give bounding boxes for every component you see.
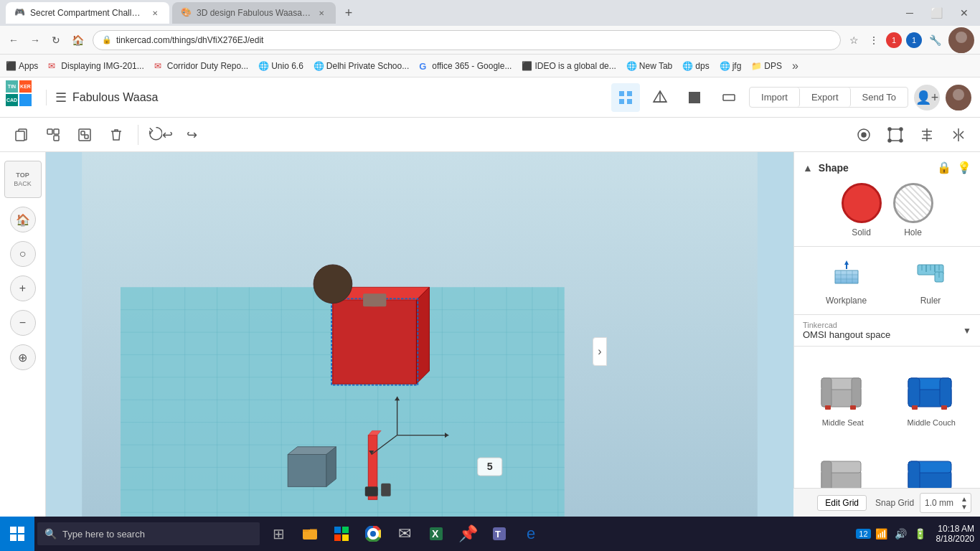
snap-value-input[interactable]: 1.0 mm ▲▼: [920, 493, 971, 513]
ruler-button[interactable]: Ruler: [913, 255, 948, 306]
group-button[interactable]: [40, 122, 66, 148]
zoom-in-button[interactable]: +: [10, 276, 36, 301]
export-tab[interactable]: Export: [800, 88, 851, 107]
minimize-button[interactable]: ─: [900, 4, 919, 22]
taskbar-search[interactable]: 🔍 Type here to search: [37, 522, 260, 545]
tab-secret-compartment[interactable]: 🎮 Secret Compartment Challenge ✕: [6, 2, 169, 24]
wireframe-view-button[interactable]: [646, 83, 674, 112]
home-button[interactable]: 🏠: [69, 32, 87, 49]
bookmark-dps2[interactable]: 📁 DPS: [751, 61, 782, 71]
star-icon[interactable]: ☆: [847, 32, 862, 49]
solid-option[interactable]: Solid: [842, 183, 882, 237]
import-tab[interactable]: Import: [750, 88, 800, 107]
undo-button[interactable]: ↩: [147, 122, 173, 148]
solid-label: Solid: [852, 227, 871, 237]
zoom-out-button[interactable]: −: [10, 310, 36, 336]
hole-shape-icon: [893, 183, 933, 223]
profile-badge-2[interactable]: 1: [906, 32, 922, 48]
bookmark-office365[interactable]: G office 365 - Google...: [419, 61, 512, 71]
address-bar[interactable]: 🔒 tinkercad.com/things/dhVfiX276EJ/edit: [93, 30, 841, 50]
taskbar-store[interactable]: [326, 517, 357, 551]
mirror-tool[interactable]: [946, 122, 971, 148]
shape-rectangle-tool[interactable]: [882, 122, 908, 148]
tinkercad-logo[interactable]: TIN KER CAD: [6, 80, 40, 115]
clock[interactable]: 10:18 AM 8/18/2020: [930, 524, 980, 544]
project-dropdown-arrow[interactable]: ▼: [963, 326, 971, 336]
svg-point-15: [948, 100, 969, 110]
taskbar-file-explorer[interactable]: [294, 517, 326, 551]
collapse-shape-panel-button[interactable]: ▲: [803, 162, 813, 174]
tab2-close[interactable]: ✕: [316, 7, 327, 19]
dimension-view-button[interactable]: [715, 83, 743, 112]
browser-menu[interactable]: ⋮: [866, 32, 882, 49]
send-to-tab[interactable]: Send To: [851, 88, 908, 107]
svg-rect-61: [333, 300, 417, 384]
forward-button[interactable]: →: [27, 32, 43, 49]
middle-couch-image: [903, 358, 960, 415]
align-tool[interactable]: [914, 122, 940, 148]
bookmark-ideo[interactable]: ⬛ IDEO is a global de...: [522, 61, 616, 71]
bookmark-newtab[interactable]: 🌐 New Tab: [626, 61, 672, 71]
taskbar-ie[interactable]: e: [515, 517, 547, 551]
view-cube[interactable]: TOP BACK: [4, 161, 42, 198]
svg-rect-104: [850, 405, 856, 410]
new-tab-button[interactable]: +: [339, 3, 359, 23]
workplane-button[interactable]: Workplane: [826, 255, 867, 306]
taskbar-teams[interactable]: T: [484, 517, 515, 551]
hole-option[interactable]: Hole: [893, 183, 933, 237]
battery-icon[interactable]: 🔋: [911, 528, 929, 540]
bookmark-delhi[interactable]: 🌐 Delhi Private Schoo...: [314, 61, 409, 71]
fit-view-button[interactable]: ⊕: [10, 344, 36, 370]
notification-badge[interactable]: 12: [856, 529, 870, 539]
gmail2-favicon: ✉: [154, 61, 164, 71]
copy-button[interactable]: [9, 122, 34, 148]
taskbar-task-view[interactable]: ⊞: [263, 517, 294, 551]
lock-shape-icon[interactable]: 🔒: [937, 161, 951, 174]
tab-tinkercad[interactable]: 🎨 3D design Fabulous Waasa | Tink... ✕: [172, 2, 336, 24]
back-button[interactable]: ←: [6, 32, 22, 49]
tab1-close[interactable]: ✕: [149, 7, 161, 19]
restore-button[interactable]: ⬜: [925, 4, 948, 22]
user-avatar[interactable]: [948, 27, 974, 53]
bookmark-jfg[interactable]: 🌐 jfg: [720, 61, 742, 71]
info-shape-icon[interactable]: 💡: [957, 161, 971, 174]
solid-view-button[interactable]: [680, 83, 709, 112]
bookmarks-more[interactable]: »: [792, 60, 798, 72]
bookmark-unio[interactable]: 🌐 Unio 6.6: [258, 61, 303, 71]
collapse-panel-button[interactable]: ›: [593, 337, 607, 366]
shape-select-tool[interactable]: [851, 122, 877, 148]
delete-button[interactable]: [103, 122, 129, 148]
edit-grid-button[interactable]: Edit Grid: [817, 495, 867, 511]
user-profile-avatar[interactable]: [946, 85, 971, 110]
refresh-button[interactable]: ↻: [49, 32, 63, 49]
bookmark-gmail1[interactable]: ✉ Displaying IMG-201...: [48, 61, 143, 71]
extensions-icon[interactable]: 🔧: [926, 32, 944, 49]
bookmark-gmail2[interactable]: ✉ Corridor Duty Repo...: [154, 61, 248, 71]
start-button[interactable]: [0, 517, 34, 551]
taskbar-mail[interactable]: ✉: [389, 517, 420, 551]
svg-rect-138: [303, 529, 308, 532]
hamburger-menu[interactable]: ☰: [55, 90, 67, 105]
redo-button[interactable]: ↪: [179, 122, 204, 148]
home-view-button[interactable]: 🏠: [10, 207, 36, 232]
profile-badge-1[interactable]: 1: [886, 32, 902, 48]
taskbar-search-placeholder: Type here to search: [62, 529, 145, 540]
taskbar-excel[interactable]: X: [420, 517, 452, 551]
snap-value-arrow[interactable]: ▲▼: [958, 494, 971, 512]
add-user-button[interactable]: 👤+: [914, 85, 940, 110]
shape-tools: [851, 122, 971, 148]
volume-icon[interactable]: 🔊: [892, 528, 910, 540]
action-toolbar: ↩ ↪: [0, 118, 980, 152]
taskbar-sticky[interactable]: 📌: [452, 517, 484, 551]
shape-middle-seat[interactable]: Middle Seat: [800, 352, 886, 433]
ungroup-button[interactable]: [72, 122, 98, 148]
taskbar-chrome[interactable]: [357, 517, 389, 551]
viewport[interactable]: 5 ›: [46, 152, 793, 551]
shape-middle-couch[interactable]: Middle Couch: [889, 352, 975, 433]
close-button[interactable]: ✕: [954, 4, 974, 22]
network-icon[interactable]: 📶: [872, 528, 890, 540]
grid-view-button[interactable]: [611, 83, 640, 112]
bookmark-apps[interactable]: ⬛ Apps: [6, 61, 38, 71]
orbit-button[interactable]: ○: [10, 241, 36, 267]
bookmark-dps[interactable]: 🌐 dps: [682, 61, 709, 71]
